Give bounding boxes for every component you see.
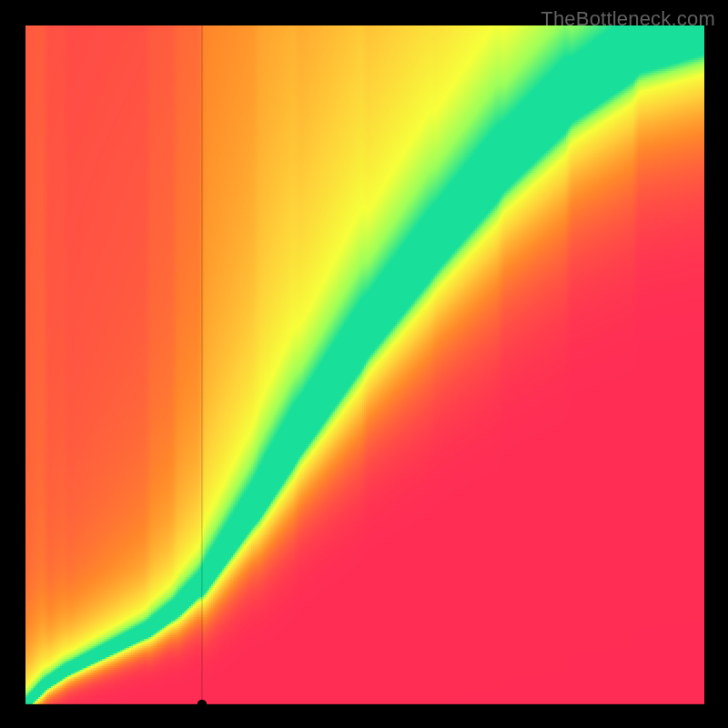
chart-container: TheBottleneck.com xyxy=(0,0,728,728)
attribution-label: TheBottleneck.com xyxy=(541,7,715,31)
heatmap-canvas xyxy=(25,25,704,704)
